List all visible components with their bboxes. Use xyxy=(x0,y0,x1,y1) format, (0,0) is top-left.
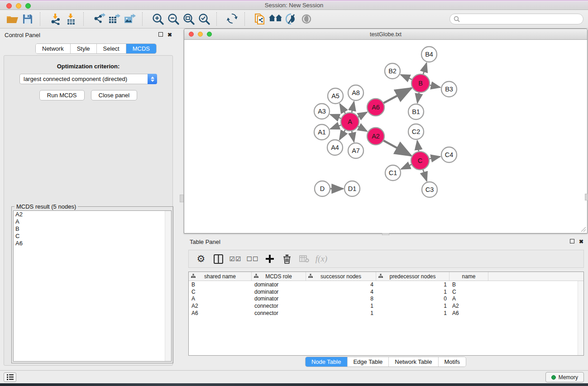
zoom-window-icon[interactable] xyxy=(25,3,31,9)
delete-table-icon[interactable] xyxy=(297,253,311,265)
edge-A-A1[interactable] xyxy=(330,125,342,129)
cell-mcds_role[interactable]: dominator xyxy=(252,295,306,302)
show-eye-icon[interactable] xyxy=(299,12,314,26)
cell-successor_nodes[interactable]: 4 xyxy=(306,281,376,288)
save-session-icon[interactable] xyxy=(20,12,35,26)
edge-A-A3[interactable] xyxy=(330,114,342,119)
cell-mcds_role[interactable]: connector xyxy=(252,310,306,316)
resize-grip-icon[interactable] xyxy=(580,226,586,232)
cell-successor_nodes[interactable]: 8 xyxy=(306,295,376,302)
tab-network-table[interactable]: Network Table xyxy=(389,357,438,367)
window-controls[interactable] xyxy=(6,3,31,9)
zoom-selected-icon[interactable] xyxy=(196,12,212,26)
import-network-icon[interactable] xyxy=(48,12,63,26)
column-header-shared-name[interactable]: shared name xyxy=(189,272,252,281)
cell-successor_nodes[interactable]: 4 xyxy=(306,289,376,295)
table-row[interactable]: Adominator80A xyxy=(189,295,583,303)
edge-C-C1[interactable] xyxy=(401,164,412,169)
search-input[interactable] xyxy=(460,16,583,22)
edge-A-A6[interactable] xyxy=(358,112,367,118)
export-network-icon[interactable] xyxy=(91,12,107,26)
hide-style-icon[interactable] xyxy=(283,12,299,26)
clear-selection-icon[interactable]: ☐☐ xyxy=(246,253,259,265)
zoom-fit-icon[interactable] xyxy=(181,12,196,26)
add-column-icon[interactable] xyxy=(263,253,277,265)
column-header-predecessor-nodes[interactable]: predecessor nodes xyxy=(376,272,449,281)
cell-predecessor_nodes[interactable]: 1 xyxy=(376,289,449,295)
edge-A-A5[interactable] xyxy=(340,104,346,114)
edge-B-B3[interactable] xyxy=(429,85,440,87)
result-item[interactable]: A6 xyxy=(14,240,171,247)
close-panel-icon[interactable]: ✖ xyxy=(167,32,172,38)
tab-node-table[interactable]: Node Table xyxy=(306,357,348,367)
cell-name[interactable]: C xyxy=(449,289,488,295)
network-graph[interactable]: B4B2BB3A5A8A6A3B1AA1A2C2A4A7C4CC1C3DD1 xyxy=(184,40,587,233)
result-item[interactable]: C xyxy=(14,233,171,240)
minimize-window-icon[interactable] xyxy=(16,3,21,9)
table-header-row[interactable]: shared nameMCDS rolesuccessor nodesprede… xyxy=(189,272,583,281)
table-row[interactable]: A2connector11A2 xyxy=(189,302,583,310)
table-scrollbar[interactable] xyxy=(578,281,583,355)
edge-C-C4[interactable] xyxy=(429,157,440,159)
cell-predecessor_nodes[interactable]: 0 xyxy=(376,295,449,302)
zoom-out-icon[interactable] xyxy=(166,12,181,26)
cell-shared_name[interactable]: B xyxy=(189,281,252,288)
cell-name[interactable]: A xyxy=(449,295,488,302)
cell-mcds_role[interactable]: connector xyxy=(252,303,306,309)
cell-successor_nodes[interactable]: 1 xyxy=(306,310,376,316)
network-window-controls[interactable] xyxy=(189,32,212,37)
tab-motifs[interactable]: Motifs xyxy=(438,357,466,367)
cell-shared_name[interactable]: A2 xyxy=(189,303,252,309)
column-header-MCDS-role[interactable]: MCDS role xyxy=(252,272,306,281)
cell-name[interactable]: B xyxy=(449,281,488,288)
cell-shared_name[interactable]: A6 xyxy=(189,310,252,316)
edge-A2-C[interactable] xyxy=(383,140,411,156)
columns-icon[interactable] xyxy=(211,253,225,265)
close-view-icon[interactable] xyxy=(189,32,194,37)
tab-network[interactable]: Network xyxy=(36,44,71,53)
edge-A-A8[interactable] xyxy=(352,102,354,114)
home-layout-icon[interactable] xyxy=(268,12,283,26)
refresh-icon[interactable] xyxy=(225,12,240,26)
cell-predecessor_nodes[interactable]: 1 xyxy=(376,310,449,316)
network-canvas[interactable]: B4B2BB3A5A8A6A3B1AA1A2C2A4A7C4CC1C3DD1 xyxy=(184,40,587,233)
cell-name[interactable]: A2 xyxy=(449,303,488,309)
close-window-icon[interactable] xyxy=(6,3,12,9)
float-panel-icon[interactable] xyxy=(158,32,163,38)
select-all-icon[interactable]: ☑☑ xyxy=(229,253,242,265)
memory-button[interactable]: Memory xyxy=(545,372,584,382)
cell-shared_name[interactable]: C xyxy=(189,289,252,295)
search-field[interactable] xyxy=(449,14,583,24)
cell-shared_name[interactable]: A xyxy=(189,295,252,302)
gear-icon[interactable]: ⚙ xyxy=(194,253,208,265)
edge-A-A7[interactable] xyxy=(352,130,354,142)
tab-style[interactable]: Style xyxy=(71,44,97,53)
mcds-result-list[interactable]: A2ABCA6 xyxy=(13,210,172,362)
task-history-button[interactable] xyxy=(4,372,16,382)
minimize-view-icon[interactable] xyxy=(198,32,203,37)
edge-B-B1[interactable] xyxy=(417,92,419,103)
export-image-icon[interactable] xyxy=(122,12,138,26)
import-table-icon[interactable] xyxy=(63,12,79,26)
close-table-panel-icon[interactable]: ✖ xyxy=(579,238,583,245)
table-row[interactable]: Bdominator41B xyxy=(189,281,583,288)
cell-predecessor_nodes[interactable]: 1 xyxy=(376,303,449,309)
cell-successor_nodes[interactable]: 1 xyxy=(306,303,376,309)
edge-C-C3[interactable] xyxy=(423,169,427,181)
cell-predecessor_nodes[interactable]: 1 xyxy=(376,281,449,288)
edge-A-A4[interactable] xyxy=(339,129,345,139)
result-scrollbar[interactable] xyxy=(165,211,171,361)
table-row[interactable]: Cdominator41C xyxy=(189,288,583,295)
tab-select[interactable]: Select xyxy=(97,44,126,53)
edge-C-C2[interactable] xyxy=(417,141,419,152)
edge-B-B2[interactable] xyxy=(401,75,412,80)
column-header-name[interactable]: name xyxy=(449,272,488,281)
run-mcds-button[interactable]: Run MCDS xyxy=(39,90,85,100)
criterion-dropdown[interactable]: largest connected component (directed) xyxy=(19,74,157,84)
tab-edge-table[interactable]: Edge Table xyxy=(347,357,389,367)
cell-name[interactable]: A6 xyxy=(449,310,488,316)
zoom-in-icon[interactable] xyxy=(150,12,166,26)
zoom-view-icon[interactable] xyxy=(207,32,212,37)
function-builder-icon[interactable]: f(x) xyxy=(315,253,328,265)
result-item[interactable]: A2 xyxy=(14,211,171,218)
